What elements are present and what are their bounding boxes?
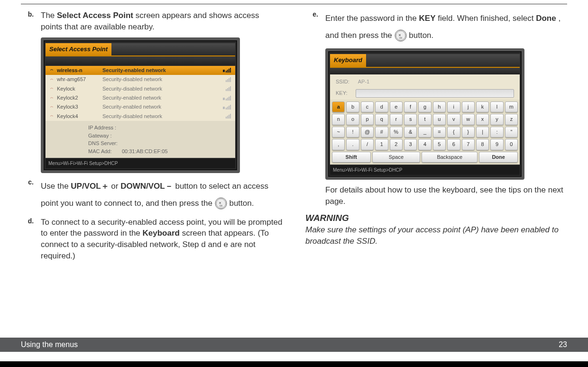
svg-rect-16 bbox=[229, 97, 230, 101]
svg-rect-14 bbox=[226, 99, 227, 101]
signal-icon bbox=[223, 77, 231, 82]
lock-signal-icon bbox=[223, 96, 231, 101]
svg-rect-3 bbox=[229, 69, 230, 73]
lock-signal-icon bbox=[223, 105, 231, 110]
svg-rect-23 bbox=[226, 117, 227, 119]
signal-icon bbox=[223, 86, 231, 91]
figure-keyboard: Keyboard SSID: AP-1 KEY: bbox=[305, 48, 567, 180]
step-d-label: d. bbox=[21, 217, 41, 262]
kb-screen-title: Keyboard bbox=[330, 54, 366, 66]
step-d-body: To connect to a security-enabled access … bbox=[41, 217, 283, 262]
svg-text:OK: OK bbox=[399, 37, 403, 39]
svg-rect-21 bbox=[229, 106, 230, 110]
wifi-icon bbox=[49, 77, 54, 82]
key-shift: Shift bbox=[332, 152, 371, 163]
svg-text:OK: OK bbox=[219, 204, 223, 207]
svg-rect-25 bbox=[229, 115, 230, 119]
svg-rect-19 bbox=[226, 108, 227, 110]
svg-rect-13 bbox=[223, 98, 225, 100]
key-row: KEY: bbox=[330, 87, 520, 100]
key-done: Done bbox=[479, 152, 518, 163]
svg-rect-11 bbox=[229, 87, 230, 91]
ap-row: wireless-n Security-enabled network bbox=[46, 66, 235, 75]
svg-rect-4 bbox=[230, 68, 231, 73]
key-input bbox=[356, 89, 514, 98]
ssid-row: SSID: AP-1 bbox=[330, 76, 520, 87]
ap-info: IP Address : Gateway : DNS Server: MAC A… bbox=[46, 121, 235, 158]
step-d: d. To connect to a security-enabled acce… bbox=[21, 217, 283, 262]
breadcrumb: Menu>Wi-Fi>Wi-Fi Setup>DHCP bbox=[46, 159, 235, 168]
svg-rect-15 bbox=[227, 98, 228, 101]
onscreen-keyboard: a b c d e f g h i j k l bbox=[330, 100, 520, 165]
ap-screen-title: Select Access Point bbox=[46, 43, 111, 55]
step-c-label: c. bbox=[21, 178, 41, 211]
step-e: e. Enter the password in the KEY field. … bbox=[305, 10, 567, 44]
svg-rect-17 bbox=[230, 96, 231, 101]
ap-screen: Select Access Point wireless-n Security-… bbox=[41, 37, 240, 174]
page-number: 23 bbox=[559, 339, 567, 350]
left-column: b. The Select Access Point screen appear… bbox=[21, 10, 283, 266]
figure-access-point: Select Access Point wireless-n Security-… bbox=[21, 37, 283, 174]
right-column: e. Enter the password in the KEY field. … bbox=[305, 10, 567, 266]
ap-row: whr-amg657 Security-disabled network bbox=[46, 75, 235, 84]
key-space: Space bbox=[372, 152, 421, 163]
wifi-icon bbox=[49, 105, 54, 110]
step-c-body: Use the UP/VOL＋ or DOWN/VOL－ button to s… bbox=[41, 178, 283, 211]
wifi-icon bbox=[49, 68, 54, 73]
svg-rect-6 bbox=[227, 79, 228, 82]
step-e-body: Enter the password in the KEY field. Whe… bbox=[325, 10, 567, 44]
ap-row: Keylock Security-disabled network bbox=[46, 84, 235, 93]
ap-row: Keylock4 Security-disabled network bbox=[46, 112, 235, 121]
svg-rect-2 bbox=[227, 70, 228, 73]
svg-rect-20 bbox=[227, 107, 228, 110]
svg-rect-26 bbox=[230, 114, 231, 119]
wifi-icon bbox=[49, 86, 54, 91]
keyboard-note: For details about how to use the keyboar… bbox=[305, 184, 567, 207]
step-b-label: b. bbox=[21, 10, 41, 33]
footer-title: Using the menus bbox=[21, 339, 78, 350]
ap-list: wireless-n Security-enabled network whr-… bbox=[46, 66, 235, 158]
key-a: a bbox=[332, 101, 345, 112]
ap-row: Keylock2 Security-enabled network bbox=[46, 93, 235, 102]
step-c: c. Use the UP/VOL＋ or DOWN/VOL－ button t… bbox=[21, 178, 283, 211]
key-backspace: Backspace bbox=[422, 152, 478, 163]
step-e-label: e. bbox=[305, 10, 325, 44]
wifi-icon bbox=[49, 114, 54, 119]
signal-icon bbox=[223, 114, 231, 119]
svg-rect-18 bbox=[223, 107, 225, 109]
warning-text: Make sure the settings of your access po… bbox=[305, 224, 567, 247]
svg-rect-5 bbox=[226, 80, 227, 82]
ok-button-icon: OK bbox=[395, 29, 407, 42]
svg-rect-1 bbox=[226, 71, 227, 73]
ok-button-icon: OK bbox=[215, 197, 227, 210]
svg-rect-22 bbox=[230, 105, 231, 110]
wifi-icon bbox=[49, 96, 54, 101]
ap-row: Keylock3 Security-enabled network bbox=[46, 102, 235, 111]
svg-rect-9 bbox=[226, 89, 227, 91]
svg-rect-10 bbox=[227, 88, 228, 91]
kb-screen: Keyboard SSID: AP-1 KEY: bbox=[325, 48, 524, 180]
svg-rect-7 bbox=[229, 78, 230, 82]
svg-rect-0 bbox=[223, 70, 225, 72]
step-b: b. The Select Access Point screen appear… bbox=[21, 10, 283, 33]
step-b-body: The Select Access Point screen appears a… bbox=[41, 10, 283, 33]
warning-heading: WARNING bbox=[305, 212, 567, 225]
svg-rect-8 bbox=[230, 77, 231, 82]
footer: Using the menus 23 bbox=[0, 338, 588, 352]
svg-rect-24 bbox=[227, 116, 228, 119]
svg-rect-12 bbox=[230, 86, 231, 91]
lock-signal-icon bbox=[223, 68, 231, 73]
breadcrumb: Menu>Wi-Fi>Wi-Fi Setup>DHCP bbox=[330, 165, 520, 175]
